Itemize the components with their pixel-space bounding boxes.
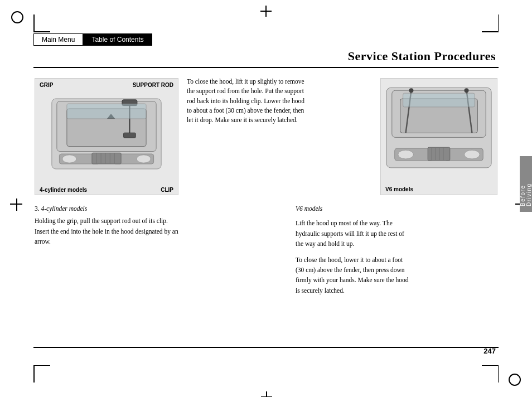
image-bottom-labels: 4-cylinder models CLIP bbox=[35, 185, 178, 195]
lower-right-text-column: V6 models Lift the hood up most of the w… bbox=[296, 204, 413, 296]
four-cylinder-illustration bbox=[35, 89, 178, 179]
grip-label: GRIP bbox=[40, 82, 53, 88]
center-paragraph: To close the hood, lift it up slightly t… bbox=[187, 77, 308, 125]
tick-mark bbox=[33, 365, 50, 366]
svg-rect-17 bbox=[67, 104, 146, 119]
support-rod-label: SUPPORT ROD bbox=[133, 82, 173, 88]
tick-mark bbox=[482, 365, 499, 366]
svg-point-10 bbox=[137, 155, 151, 163]
svg-point-9 bbox=[62, 155, 76, 163]
registration-mark-tl bbox=[11, 11, 23, 23]
section-title: Service Station Procedures bbox=[348, 49, 496, 64]
tick-mark bbox=[33, 31, 50, 32]
v6-italic: V6 models bbox=[296, 205, 322, 212]
image-top-labels: GRIP SUPPORT ROD bbox=[35, 82, 178, 88]
v6-italic-label: V6 models bbox=[296, 204, 413, 214]
four-cylinder-model-label: 4-cylinder models bbox=[41, 205, 88, 212]
tick-mark bbox=[498, 14, 499, 31]
svg-point-23 bbox=[409, 88, 414, 93]
top-divider bbox=[33, 67, 499, 68]
clip-label: CLIP bbox=[161, 187, 173, 193]
tick-mark bbox=[498, 366, 499, 383]
v6-bottom-label: V6 models bbox=[381, 184, 497, 195]
four-cylinder-image: GRIP SUPPORT ROD 4-cylinder bbox=[35, 78, 178, 195]
before-driving-tab: Before Driving bbox=[520, 156, 532, 212]
tick-mark bbox=[33, 14, 35, 31]
four-cylinder-paragraph: Holding the grip, pull the support rod o… bbox=[35, 216, 178, 246]
v6-paragraph2: To close the hood, lower it to about a f… bbox=[296, 255, 413, 296]
svg-rect-29 bbox=[428, 147, 450, 161]
navigation-bar: Main Menu Table of Contents bbox=[33, 33, 152, 46]
tick-mark bbox=[33, 366, 35, 383]
svg-point-27 bbox=[398, 150, 414, 159]
main-menu-button[interactable]: Main Menu bbox=[33, 33, 83, 46]
svg-rect-5 bbox=[124, 133, 136, 138]
bottom-divider bbox=[33, 347, 499, 348]
svg-rect-34 bbox=[403, 93, 475, 107]
v6-models-label: V6 models bbox=[385, 186, 413, 192]
v6-paragraph1: Lift the hood up most of the way. The hy… bbox=[296, 218, 413, 249]
table-of-contents-button[interactable]: Table of Contents bbox=[83, 33, 152, 46]
v6-image: V6 models bbox=[380, 78, 497, 195]
tick-mark bbox=[482, 31, 499, 32]
svg-point-24 bbox=[465, 88, 469, 93]
top-center-mark bbox=[265, 6, 267, 17]
registration-mark-br bbox=[509, 374, 521, 386]
step-label: 3. 4-cylinder models bbox=[35, 204, 178, 214]
step-number: 3. bbox=[35, 205, 40, 212]
four-cylinder-label: 4-cylinder models bbox=[40, 187, 87, 193]
lower-left-text-column: 3. 4-cylinder models Holding the grip, p… bbox=[35, 204, 178, 247]
page-number: 247 bbox=[483, 347, 496, 355]
center-text-column: To close the hood, lift it up slightly t… bbox=[187, 77, 308, 125]
svg-point-28 bbox=[465, 150, 480, 159]
v6-illustration bbox=[381, 79, 497, 182]
